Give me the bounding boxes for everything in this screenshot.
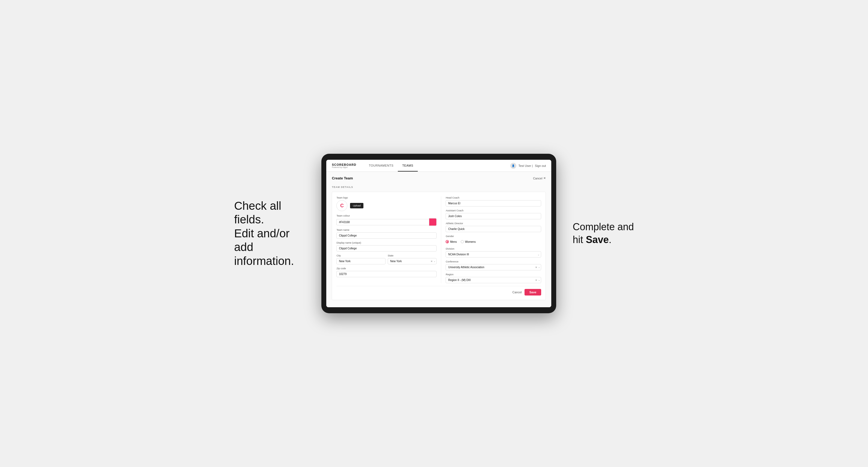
athletic-director-input[interactable] (445, 226, 541, 232)
annotation-right-bold: Save (586, 234, 609, 245)
annotation-right-line1: Complete and (572, 221, 634, 232)
navbar: SCOREBOARD Powered by clippd TOURNAMENTS… (326, 160, 551, 172)
zip-group: Zip code (336, 267, 437, 277)
team-colour-label: Team colour (336, 214, 437, 217)
state-group: State New York ✕ ⌄ (388, 254, 437, 264)
region-group: Region Region II - (M) DIII ✕ ⌄ (445, 273, 541, 283)
form-footer: Cancel Save (336, 286, 541, 295)
team-name-input[interactable] (336, 232, 437, 239)
display-name-group: Display name (unique) (336, 242, 437, 251)
assistant-coach-group: Assistant Coach (445, 209, 541, 219)
form-card: Team logo C Upload (332, 192, 546, 300)
team-logo-group: Team logo C Upload (336, 196, 437, 214)
athletic-director-group: Athletic Director (445, 222, 541, 232)
upload-button[interactable]: Upload (350, 203, 364, 208)
city-state-row: City State New York (336, 254, 437, 264)
division-label: Division (445, 247, 541, 250)
zip-input[interactable] (336, 271, 437, 277)
womens-radio-dot[interactable] (461, 240, 464, 243)
nav-logo: SCOREBOARD Powered by clippd (332, 163, 356, 168)
gender-womens-option[interactable]: Womens (461, 240, 476, 243)
annotation-right-end: . (609, 234, 612, 245)
conference-label: Conference (445, 260, 541, 263)
footer-cancel-button[interactable]: Cancel (512, 290, 522, 294)
annotation-line3: information. (234, 254, 294, 268)
team-logo-label: Team logo (336, 196, 437, 199)
logo-circle: C (336, 200, 347, 211)
state-select-wrapper: New York ✕ ⌄ (388, 258, 437, 264)
conference-group: Conference University Athletic Associati… (445, 260, 541, 270)
form-left-column: Team logo C Upload (336, 196, 437, 283)
division-select[interactable]: NCAA Division III (445, 251, 541, 257)
region-select[interactable]: Region II - (M) DIII (445, 277, 541, 283)
annotation-line2: Edit and/or add (234, 227, 289, 253)
avatar: 👤 (510, 163, 516, 169)
page-title: Create Team (332, 176, 353, 180)
assistant-coach-label: Assistant Coach (445, 209, 541, 212)
state-select[interactable]: New York (388, 258, 437, 264)
head-coach-label: Head Coach (445, 196, 541, 199)
tablet-screen: SCOREBOARD Powered by clippd TOURNAMENTS… (326, 160, 551, 307)
gender-mens-option[interactable]: Mens (445, 240, 457, 243)
head-coach-input[interactable] (445, 200, 541, 207)
region-chevron-icon[interactable]: ⌄ (538, 279, 540, 281)
conference-clear-icon[interactable]: ✕ (535, 266, 537, 269)
state-chevron-icon[interactable]: ⌄ (434, 260, 435, 262)
color-swatch[interactable] (429, 218, 437, 226)
region-label: Region (445, 273, 541, 276)
team-colour-group: Team colour (336, 214, 437, 226)
gender-radio-group: Mens Womens (445, 239, 541, 245)
logo-section: C Upload (336, 200, 437, 211)
color-input-row (336, 218, 437, 226)
page-header: Create Team Cancel ✕ (332, 176, 546, 182)
conference-select[interactable]: University Athletic Association (445, 264, 541, 270)
athletic-director-label: Athletic Director (445, 222, 541, 225)
gender-label: Gender (445, 235, 541, 238)
conference-chevron-icon[interactable]: ⌄ (538, 266, 540, 269)
nav-tab-teams[interactable]: TEAMS (398, 160, 417, 172)
nav-tab-tournaments[interactable]: TOURNAMENTS (365, 160, 398, 172)
annotation-line1: Check all fields. (234, 199, 281, 226)
annotation-right-line2: hit (572, 234, 586, 245)
annotation-left: Check all fields. Edit and/or add inform… (234, 199, 305, 268)
annotation-right: Complete and hit Save. (572, 221, 634, 246)
team-name-group: Team name (336, 228, 437, 239)
nav-signout[interactable]: Sign out (535, 164, 546, 167)
city-input[interactable] (336, 258, 385, 264)
region-select-wrapper: Region II - (M) DIII ✕ ⌄ (445, 277, 541, 283)
nav-user: Test User | (519, 164, 533, 167)
close-icon: ✕ (544, 177, 546, 180)
nav-logo-sub: Powered by clippd (332, 166, 356, 168)
state-label: State (388, 254, 437, 257)
save-button[interactable]: Save (525, 289, 541, 295)
display-name-input[interactable] (336, 245, 437, 251)
form-right-column: Head Coach Assistant Coach Athletic Dire… (441, 196, 541, 283)
conference-select-wrapper: University Athletic Association ✕ ⌄ (445, 264, 541, 270)
division-select-wrapper: NCAA Division III ⌄ (445, 251, 541, 257)
division-group: Division NCAA Division III ⌄ (445, 247, 541, 257)
city-group: City (336, 254, 385, 264)
zip-label: Zip code (336, 267, 437, 270)
display-name-label: Display name (unique) (336, 242, 437, 244)
assistant-coach-input[interactable] (445, 213, 541, 219)
city-label: City (336, 254, 385, 257)
section-label: TEAM DETAILS (332, 186, 546, 188)
form-grid: Team logo C Upload (336, 196, 541, 283)
region-clear-icon[interactable]: ✕ (535, 279, 537, 282)
nav-right: 👤 Test User | Sign out (510, 163, 546, 169)
main-content: Create Team Cancel ✕ TEAM DETAILS (326, 172, 551, 307)
team-name-label: Team name (336, 228, 437, 231)
mens-radio-dot[interactable] (445, 240, 449, 243)
state-clear-icon[interactable]: ✕ (431, 260, 433, 263)
nav-tabs: TOURNAMENTS TEAMS (365, 160, 418, 172)
gender-group: Gender Mens Womens (445, 235, 541, 245)
nav-logo-title: SCOREBOARD (332, 163, 356, 166)
team-colour-input[interactable] (336, 219, 429, 225)
cancel-x-button[interactable]: Cancel ✕ (533, 177, 546, 180)
head-coach-group: Head Coach (445, 196, 541, 207)
tablet-frame: SCOREBOARD Powered by clippd TOURNAMENTS… (321, 154, 556, 313)
